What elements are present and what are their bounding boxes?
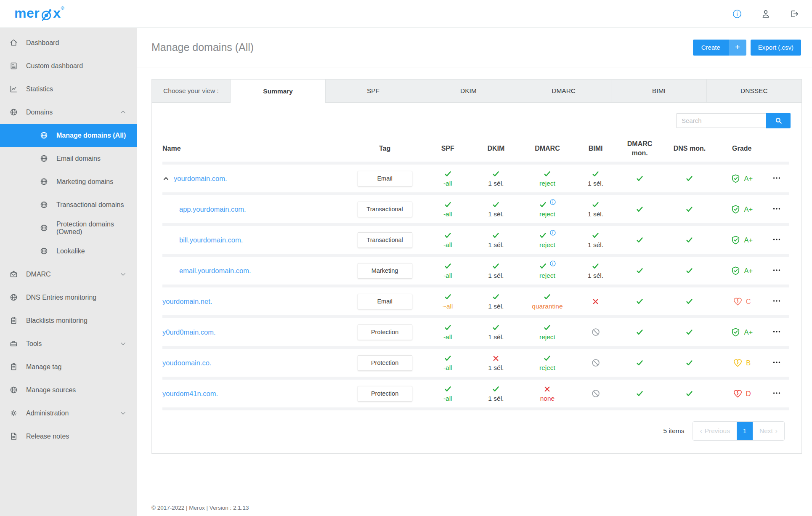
- sidebar-item-dmarc[interactable]: DMARC: [0, 263, 137, 286]
- check-icon: [685, 236, 694, 244]
- sidebar-item-statistics[interactable]: Statistics: [0, 77, 137, 101]
- x-mark-icon: [591, 298, 600, 306]
- status-label: -all: [443, 241, 452, 249]
- sidebar-item-blacklists-monitoring[interactable]: Blacklists monitoring: [0, 309, 137, 332]
- tab-bimi[interactable]: BIMI: [611, 79, 706, 103]
- shield-check-icon: [731, 266, 740, 276]
- info-icon[interactable]: [549, 229, 556, 236]
- row-menu-button[interactable]: [771, 204, 782, 215]
- chevron-down-icon: [119, 340, 127, 348]
- globe-icon: [40, 223, 48, 232]
- current-page-button[interactable]: 1: [737, 422, 753, 440]
- logout-icon[interactable]: [789, 9, 799, 19]
- check-icon: [539, 231, 547, 239]
- sidebar-item-manage-tag[interactable]: Manage tag: [0, 355, 137, 378]
- sidebar-item-tools[interactable]: Tools: [0, 332, 137, 355]
- domain-link[interactable]: app.yourdomain.com.: [179, 205, 246, 213]
- check-icon: [635, 390, 644, 398]
- broken-heart-icon: [733, 389, 743, 399]
- tab-summary[interactable]: Summary: [231, 79, 326, 103]
- sidebar-item-label: Custom dashboard: [26, 62, 83, 70]
- domain-link[interactable]: email.yourdomain.com.: [179, 267, 251, 275]
- domain-link[interactable]: yourdom41n.com.: [162, 390, 218, 398]
- column-header-dns-mon: DNS mon.: [660, 144, 719, 153]
- info-icon[interactable]: [549, 260, 556, 267]
- domain-link[interactable]: youdoomain.co.: [162, 359, 212, 367]
- sidebar-item-label: Blacklists monitoring: [26, 317, 88, 324]
- toolbox-icon: [9, 339, 18, 348]
- actions-cell: [764, 327, 789, 338]
- export-csv-button[interactable]: Export (.csv): [751, 40, 801, 56]
- create-button[interactable]: Create +: [693, 40, 746, 56]
- check-icon: [591, 262, 600, 270]
- tab-dkim[interactable]: DKIM: [421, 79, 516, 103]
- check-icon: [543, 324, 552, 332]
- domain-link[interactable]: y0urd0main.com.: [162, 328, 216, 336]
- tab-spf[interactable]: SPF: [326, 79, 421, 103]
- sidebar-item-dns-entries-monitoring[interactable]: DNS Entries monitoring: [0, 286, 137, 309]
- status-label: 1 sél.: [488, 333, 504, 341]
- sidebar-item-marketing-domains[interactable]: Marketing domains: [0, 170, 137, 193]
- logo-orbit-icon: [40, 6, 53, 23]
- actions-cell: [764, 265, 789, 276]
- sidebar-item-lookalike[interactable]: Lookalike: [0, 239, 137, 263]
- domain-link[interactable]: yourdomain.net.: [162, 298, 212, 306]
- next-page-button[interactable]: Next›: [753, 422, 784, 440]
- broken-heart-icon: [733, 297, 743, 306]
- tab-dmarc[interactable]: DMARC: [516, 79, 611, 103]
- globe-icon: [9, 293, 18, 302]
- check-icon: [635, 175, 644, 183]
- check-icon: [443, 354, 452, 362]
- dns-mon-status-cell: [660, 328, 719, 336]
- check-icon: [491, 293, 500, 301]
- table-header-row: NameTagSPFDKIMDMARCBIMIDMARC mon.DNS mon…: [162, 135, 789, 165]
- check-icon: [443, 262, 452, 270]
- name-cell: bill.yourdomain.com.: [162, 236, 343, 244]
- collapse-caret-icon[interactable]: [162, 175, 170, 182]
- sidebar-item-domains[interactable]: Domains: [0, 101, 137, 124]
- tab-dnssec[interactable]: DNSSEC: [707, 79, 802, 103]
- row-menu-button[interactable]: [771, 296, 782, 307]
- grade-letter: A+: [744, 267, 753, 275]
- row-menu-button[interactable]: [771, 388, 782, 399]
- row-menu-button[interactable]: [771, 327, 782, 338]
- sidebar-item-transactional-domains[interactable]: Transactional domains: [0, 193, 137, 216]
- previous-page-button[interactable]: ‹Previous: [693, 422, 736, 440]
- chart-icon: [9, 85, 18, 93]
- row-menu-button[interactable]: [771, 234, 782, 245]
- row-menu-button[interactable]: [771, 173, 782, 184]
- check-icon: [491, 170, 500, 178]
- sidebar-item-email-domains[interactable]: Email domains: [0, 147, 137, 170]
- check-icon: [635, 359, 644, 367]
- search-button[interactable]: [766, 113, 791, 128]
- domain-link[interactable]: bill.yourdomain.com.: [179, 236, 243, 244]
- sidebar-item-dashboard[interactable]: Dashboard: [0, 31, 137, 54]
- user-icon[interactable]: [761, 9, 771, 19]
- grade-cell: A+: [719, 266, 764, 276]
- row-menu-button[interactable]: [771, 357, 782, 368]
- footer: © 2017-2022 | Merox | Version : 2.1.13: [137, 499, 812, 516]
- sidebar-item-custom-dashboard[interactable]: Custom dashboard: [0, 54, 137, 77]
- info-icon[interactable]: [732, 9, 742, 19]
- sidebar-item-protection-domains-owned[interactable]: Protection domains (Owned): [0, 216, 137, 239]
- check-icon: [685, 390, 694, 398]
- dmarc-status-cell: reject: [523, 354, 572, 372]
- sidebar-item-release-notes[interactable]: Release notes: [0, 425, 137, 448]
- chevron-down-icon: [119, 270, 127, 278]
- row-menu-button[interactable]: [771, 265, 782, 276]
- check-icon: [685, 205, 694, 213]
- sidebar-item-manage-domains-all[interactable]: Manage domains (All): [0, 124, 137, 147]
- status-label: none: [540, 395, 555, 402]
- dmarc-mon-status-cell: [620, 205, 660, 213]
- search-input[interactable]: [676, 113, 766, 128]
- dmarc-status-cell: reject: [523, 201, 572, 218]
- spf-status-cell: -all: [427, 231, 469, 249]
- status-label: reject: [539, 272, 555, 279]
- status-label: -all: [443, 180, 452, 187]
- info-icon[interactable]: [549, 199, 556, 205]
- merox-logo[interactable]: mer x ®: [14, 5, 64, 23]
- status-label: -all: [443, 364, 452, 372]
- domain-link[interactable]: yourdomain.com.: [174, 175, 227, 183]
- sidebar-item-administration[interactable]: Administration: [0, 402, 137, 425]
- sidebar-item-manage-sources[interactable]: Manage sources: [0, 378, 137, 402]
